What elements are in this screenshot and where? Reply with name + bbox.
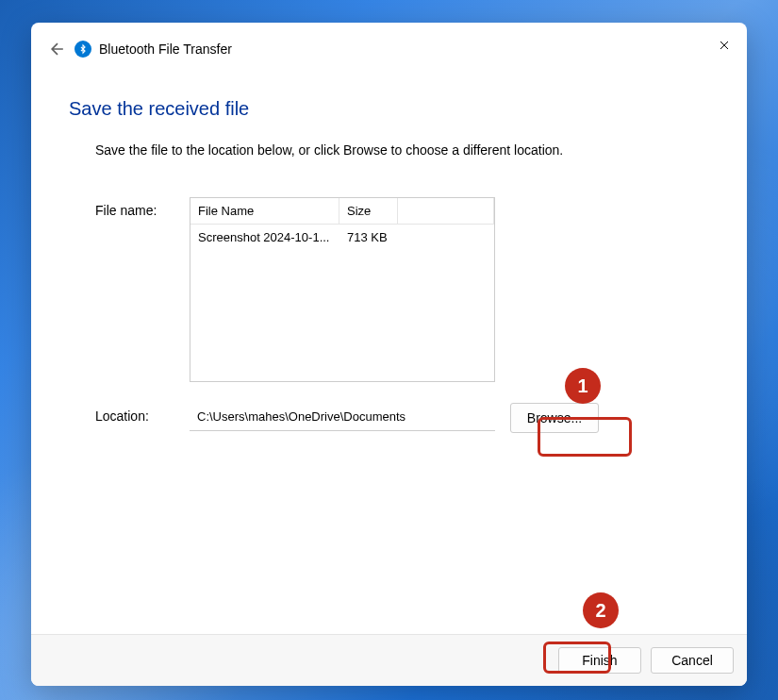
file-list-header: File Name Size	[190, 198, 494, 225]
dialog-body: Save the received file Save the file to …	[31, 58, 747, 634]
dialog-header: Bluetooth File Transfer	[31, 23, 747, 58]
column-header-size[interactable]: Size	[339, 198, 398, 224]
file-name-row: File name: File Name Size Screenshot 202…	[95, 197, 709, 382]
dialog-title: Bluetooth File Transfer	[99, 42, 232, 57]
dialog-footer: Finish Cancel	[31, 634, 747, 686]
close-icon[interactable]	[717, 38, 732, 53]
file-size-cell: 713 KB	[339, 225, 398, 250]
instruction-text: Save the file to the location below, or …	[95, 142, 709, 158]
finish-button[interactable]: Finish	[558, 647, 641, 674]
page-heading: Save the received file	[69, 98, 709, 120]
file-name-cell: Screenshot 2024-10-1...	[190, 225, 339, 250]
back-arrow-icon[interactable]	[48, 40, 67, 58]
column-header-empty	[398, 198, 494, 224]
file-list-row[interactable]: Screenshot 2024-10-1... 713 KB	[190, 225, 494, 250]
file-list[interactable]: File Name Size Screenshot 2024-10-1... 7…	[190, 197, 495, 382]
location-label: Location:	[95, 403, 190, 433]
annotation-badge-2: 2	[583, 592, 619, 628]
bluetooth-icon	[74, 41, 91, 58]
browse-button[interactable]: Browse...	[510, 403, 599, 433]
bluetooth-transfer-dialog: Bluetooth File Transfer Save the receive…	[31, 23, 747, 686]
cancel-button[interactable]: Cancel	[651, 647, 734, 674]
location-row: Location: Browse...	[95, 403, 709, 433]
location-input[interactable]	[190, 403, 495, 431]
annotation-badge-1: 1	[565, 368, 601, 404]
file-name-label: File name:	[95, 197, 190, 382]
column-header-name[interactable]: File Name	[190, 198, 339, 224]
